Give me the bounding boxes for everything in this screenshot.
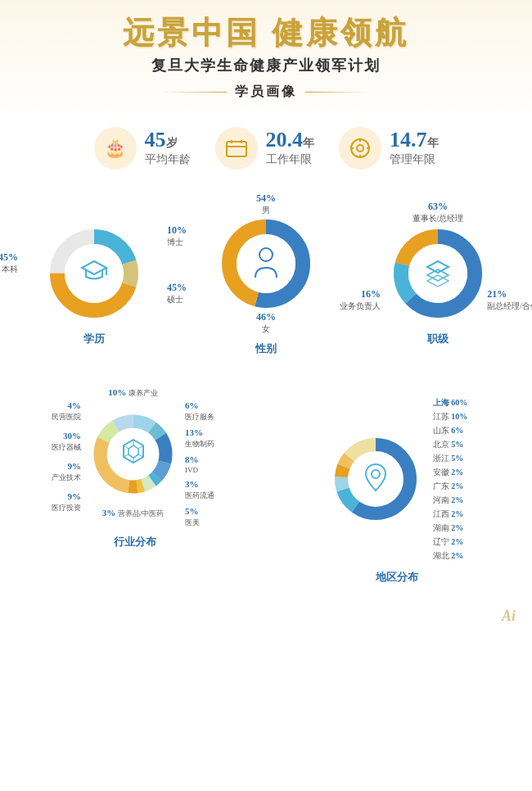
region-sh: 上海 60% [433,397,468,409]
mgmt-desc: 管理年限 [390,152,439,167]
region-hub: 湖北 2% [433,550,468,562]
region-hun: 湖南 2% [433,522,468,534]
svg-rect-0 [227,142,246,156]
section-label: 学员画像 [235,84,297,101]
region-title: 地区分布 [376,570,418,585]
divider-right [305,92,371,93]
work-value: 20.4年 [266,129,315,152]
age-text: 45岁 平均年龄 [145,129,191,167]
industry-right-labels: 6% 医疗服务 13% 生物制药 8% IVD 3% 医药流通 [185,397,250,512]
stat-mgmt: 14.7年 管理年限 [339,127,439,170]
gender-label-m: 54% 男 [256,192,276,216]
age-value: 45岁 [145,129,191,152]
industry-label-ylt: 3% 医药流通 [185,476,250,501]
industry-label-ivd: 8% IVD [185,451,250,474]
region-gd: 广东 2% [433,481,468,492]
education-title: 学历 [83,332,105,346]
region-js: 江苏 10% [433,411,468,423]
rank-label-top: 63% 董事长/总经理 [413,201,464,224]
age-unit: 岁 [166,137,178,149]
region-sd: 山东 6% [433,425,468,436]
industry-label-bio: 13% 生物制药 [185,424,250,450]
education-icon [79,257,109,290]
industry-label-ymm: 5% 医美 [185,503,250,528]
industry-icon [120,438,147,471]
age-desc: 平均年龄 [145,152,191,167]
main-title: 远景中国 健康领航 [0,15,532,52]
region-ln: 辽宁 2% [433,536,468,548]
svg-point-21 [259,248,273,261]
mgmt-unit: 年 [427,137,439,149]
region-chart: 上海 60% 江苏 10% 山东 6% 北京 5% 浙江 5% 安徽 2% 广东… [270,397,524,585]
rank-label-left: 16% 业务负责人 [340,288,381,312]
svg-point-59 [372,470,380,478]
industry-chart: 4% 民营医院 30% 医疗器械 9% 产业技术 9% 医疗投资 [8,397,262,585]
age-icon: 🎂 [94,127,137,170]
industry-label-yltz: 9% 医疗投资 [20,488,81,513]
industry-title: 行业分布 [114,535,156,549]
education-chart: 45% 本科 10% 博士 45% 硕士 学历 [41,220,147,346]
page: 远景中国 健康领航 复旦大学生命健康产业领军计划 学员画像 🎂 45岁 平均年龄… [0,0,532,633]
divider-left [161,92,227,93]
stat-age: 🎂 45岁 平均年龄 [94,127,191,170]
region-jx: 江西 2% [433,508,468,520]
rank-title: 职级 [427,332,449,346]
industry-label-ylqx: 30% 医疗器械 [20,427,81,453]
region-zj: 浙江 5% [433,453,468,464]
industry-left-labels: 4% 民营医院 30% 医疗器械 9% 产业技术 9% 医疗投资 [20,397,81,512]
gender-label-f: 46% 女 [256,311,276,335]
region-labels: 上海 60% 江苏 10% 山东 6% 北京 5% 浙江 5% 安徽 2% 广东… [433,397,468,562]
rank-icon [423,257,453,290]
region-bj: 北京 5% [433,439,468,450]
sub-title: 复旦大学生命健康产业领军计划 [0,56,532,75]
gender-chart: 54% 男 46% 女 性别 [213,210,319,356]
industry-label-cyjshu: 9% 产业技术 [20,458,81,483]
edu-label-bs: 10% 博士 [167,224,187,248]
stat-work: 20.4年 工作年限 [215,127,315,170]
industry-label-yls: 6% 医疗服务 [185,397,250,423]
stats-row: 🎂 45岁 平均年龄 20.4年 工作年限 14.7年 管理年限 [0,119,532,186]
svg-point-5 [357,145,363,151]
industry-label-ky: 10% 康养产业 [108,387,158,399]
mgmt-icon [339,127,381,170]
header: 远景中国 健康领航 复旦大学生命健康产业领军计划 学员画像 [0,0,532,119]
region-ah: 安徽 2% [433,467,468,478]
divider-section: 学员画像 [0,84,532,101]
bottom-charts: 4% 民营医院 30% 医疗器械 9% 产业技术 9% 医疗投资 [0,389,532,601]
edu-label-bk: 45% 本科 [0,251,18,275]
edu-label-ss: 45% 硕士 [167,282,187,305]
work-desc: 工作年限 [266,152,315,167]
work-text: 20.4年 工作年限 [266,129,315,167]
mgmt-value: 14.7年 [390,129,439,152]
region-hn: 河南 2% [433,495,468,506]
mgmt-text: 14.7年 管理年限 [390,129,439,167]
gender-icon [252,246,280,281]
watermark: Ai [0,601,532,633]
industry-label-yp: 3% 营养品/中医药 [102,508,165,519]
work-icon [215,127,258,170]
rank-label-right: 21% 副总经理/合伙人 [487,288,532,312]
work-unit: 年 [303,137,314,149]
svg-marker-27 [427,261,449,273]
industry-label-my: 4% 民营医院 [20,397,81,423]
svg-point-4 [351,139,369,157]
rank-chart: 63% 董事长/总经理 16% 业务负责人 21% 副总经理/合伙人 职级 [385,220,491,346]
svg-marker-44 [128,445,138,458]
gender-title: 性别 [255,341,277,356]
region-icon [363,463,388,495]
